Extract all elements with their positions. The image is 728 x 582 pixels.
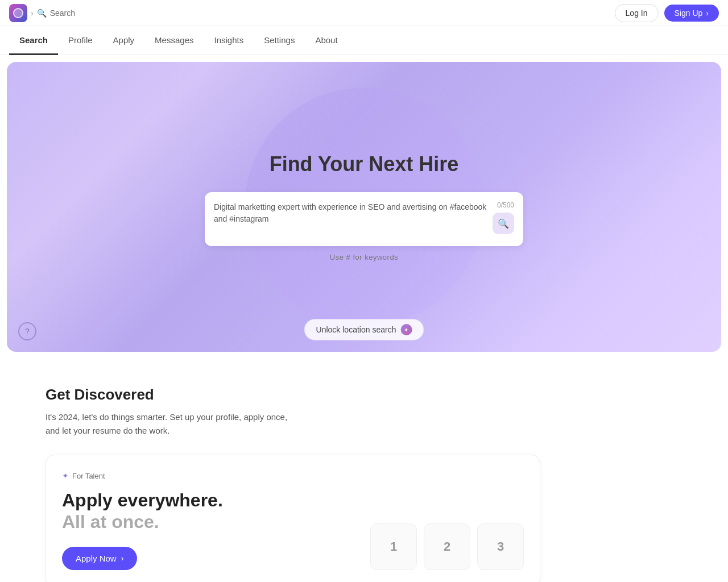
number-box-1: 1 [370, 523, 417, 570]
help-button[interactable]: ? [18, 322, 36, 340]
logo-inner [13, 8, 23, 18]
app-logo[interactable] [9, 4, 27, 22]
hero-section: Find Your Next Hire Digital marketting e… [7, 62, 721, 352]
hero-search-button[interactable]: 🔍 [493, 213, 514, 234]
nav-item-settings[interactable]: Settings [254, 27, 305, 55]
char-count: 0/500 [497, 201, 514, 209]
below-hero-section: Get Discovered It's 2024, let's do thing… [0, 352, 728, 582]
unlock-location-button[interactable]: Unlock location search ✦ [304, 319, 424, 340]
main-nav: Search Profile Apply Messages Insights S… [0, 26, 728, 55]
unlock-icon: ✦ [400, 324, 412, 335]
hero-search-input[interactable]: Digital marketting expert with experienc… [214, 201, 487, 237]
talent-headline: Apply everywhere. All at once. [62, 489, 223, 533]
nav-item-profile[interactable]: Profile [58, 27, 103, 55]
search-icon: 🔍 [37, 9, 47, 18]
signup-label: Sign Up [675, 9, 703, 18]
question-mark-icon: ? [25, 327, 30, 336]
nav-item-apply[interactable]: Apply [103, 27, 145, 55]
login-button[interactable]: Log In [615, 4, 659, 22]
search-hint: Use # for keywords [205, 253, 523, 261]
apply-now-label: Apply Now [76, 554, 117, 563]
nav-item-insights[interactable]: Insights [204, 27, 254, 55]
topbar-search[interactable]: 🔍 Search [37, 9, 615, 18]
nav-item-search[interactable]: Search [9, 27, 58, 55]
number-boxes: 1 2 3 [370, 523, 524, 570]
hero-search-controls: 0/500 🔍 [493, 201, 514, 234]
talent-card-content: Apply everywhere. All at once. Apply Now… [62, 489, 524, 570]
talent-badge: ✦ For Talent [62, 471, 524, 480]
signup-chevron: › [706, 9, 709, 18]
hero-search-area: Digital marketting expert with experienc… [205, 192, 523, 261]
sparkle-icon: ✦ [62, 471, 69, 480]
topbar: › 🔍 Search Log In Sign Up › [0, 0, 728, 26]
get-discovered-desc: It's 2024, let's do things smarter. Set … [46, 410, 290, 438]
nav-item-about[interactable]: About [305, 27, 348, 55]
signup-button[interactable]: Sign Up › [664, 5, 719, 22]
hero-title: Find Your Next Hire [270, 152, 459, 176]
number-box-2: 2 [424, 523, 470, 570]
apply-now-button[interactable]: Apply Now › [62, 547, 137, 570]
unlock-label: Unlock location search [316, 325, 396, 334]
talent-left: Apply everywhere. All at once. Apply Now… [62, 489, 223, 570]
number-box-3: 3 [477, 523, 524, 570]
get-discovered-title: Get Discovered [46, 386, 682, 404]
headline-line2: All at once. [62, 511, 223, 533]
hero-search-box: Digital marketting expert with experienc… [205, 192, 523, 246]
apply-chevron: › [121, 554, 124, 563]
topbar-actions: Log In Sign Up › [615, 4, 719, 22]
talent-badge-label: For Talent [72, 472, 105, 480]
headline-line1: Apply everywhere. [62, 489, 223, 511]
topbar-search-label: Search [50, 9, 75, 18]
talent-card: ✦ For Talent Apply everywhere. All at on… [46, 455, 540, 582]
breadcrumb-chevron: › [31, 9, 34, 18]
nav-item-messages[interactable]: Messages [144, 27, 204, 55]
